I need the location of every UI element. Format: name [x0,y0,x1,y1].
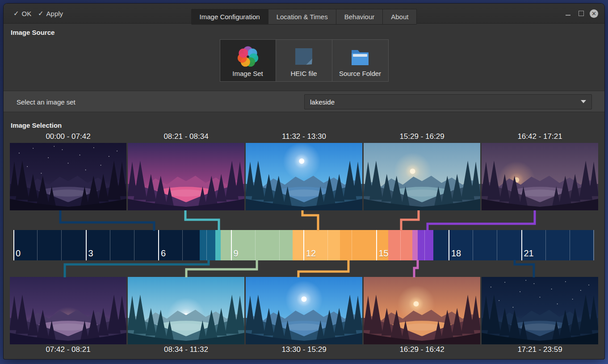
timeline-hour-label: 9 [234,248,239,259]
timeline-hour-tick [255,230,256,260]
timeline-hour-label: 12 [306,248,316,259]
thumbnail-time-label: 11:32 - 13:30 [246,132,362,141]
connector-line [60,210,154,231]
thumbnail-time-label: 15:29 - 16:29 [364,132,480,141]
timeline-hour-tick [279,230,280,260]
timeline-hour-tick [158,230,159,260]
timeline-hour-label: 21 [524,248,534,259]
image-thumbnail[interactable] [364,143,480,210]
close-button[interactable]: ✕ [590,9,598,18]
image-thumbnail[interactable] [128,143,244,210]
connector-line [185,210,219,231]
image-thumbnail[interactable] [364,277,480,344]
tab-behaviour[interactable]: Behaviour [336,9,383,25]
bottom-time-labels: 07:42 - 08:2108:34 - 11:3213:30 - 15:291… [10,345,598,354]
tab-location-times[interactable]: Location & Times [268,9,336,25]
connector-line [414,260,418,277]
connector-line [428,210,535,231]
timeline-hour-tick [376,230,377,260]
timeline-edge [593,230,594,260]
timeline-hour-tick [521,230,522,260]
top-thumbnail-row [10,143,598,210]
image-thumbnail[interactable] [128,277,244,344]
timeline-hour-tick [110,230,110,260]
source-folder-icon [349,46,371,67]
image-source-heading: Image Source [11,29,55,36]
source-mode-group: Image Set HEIC file Source Folder [220,39,389,82]
thumbnail-time-label: 00:00 - 07:42 [10,132,126,141]
image-set-button-label: Image Set [232,70,263,77]
image-set-picker-label: Select an image set [17,91,75,113]
image-set-dropdown[interactable]: lakeside [304,94,592,109]
source-folder-button[interactable]: Source Folder [332,39,389,82]
timeline-hour-tick [545,230,546,260]
thumbnail-time-label: 13:30 - 15:29 [246,345,362,354]
image-set-picker-row: Select an image set lakeside [4,91,604,112]
timeline-hour-tick [327,230,328,260]
heic-file-button[interactable]: HEIC file [276,39,332,82]
image-thumbnail[interactable] [482,277,598,344]
connector-line [515,260,534,277]
image-thumbnail[interactable] [482,143,598,210]
timeline-hour-label: 0 [16,248,21,259]
chevron-down-icon [581,100,586,103]
day-timeline: 036912151821 [13,230,594,260]
timeline-segment [215,230,221,260]
connector-line [401,210,419,231]
window-controls: ✕ [564,4,598,23]
heic-file-icon [293,46,314,67]
image-thumbnail[interactable] [246,277,362,344]
minimize-icon [566,15,570,16]
timeline-hour-tick [352,230,352,260]
close-icon: ✕ [591,11,596,17]
timeline-hour-tick [449,230,449,260]
timeline-hour-tick [134,230,134,260]
tab-about[interactable]: About [383,9,417,25]
image-set-flower-icon [237,46,259,67]
minimize-button[interactable] [564,9,572,18]
timeline-hour-label: 3 [88,248,93,259]
timeline-hour-tick [61,230,62,260]
timeline-segment [418,230,433,260]
tab-bar: Image Configuration Location & Times Beh… [4,9,604,24]
top-time-labels: 00:00 - 07:4208:21 - 08:3411:32 - 13:301… [10,132,598,141]
image-thumbnail[interactable] [10,277,126,344]
timeline-hour-tick [206,230,207,260]
timeline-segment [13,230,200,260]
timeline-hour-tick [424,230,425,260]
thumbnail-time-label: 16:29 - 16:42 [364,345,480,354]
timeline-hour-tick [86,230,87,260]
timeline-hour-tick [497,230,497,260]
image-set-dropdown-value: lakeside [310,98,335,106]
timeline-hour-tick [13,230,14,260]
timeline-hour-tick [473,230,473,260]
maximize-icon [579,11,584,16]
thumbnail-time-label: 16:42 - 17:21 [482,132,598,141]
timeline-hour-tick [182,230,183,260]
connector-line [65,260,209,277]
timeline-segment [412,230,418,260]
timeline-segment [200,230,215,260]
titlebar: ✓ OK ✓ Apply Image Configuration Locatio… [4,4,604,24]
tab-image-configuration[interactable]: Image Configuration [191,9,268,25]
timeline-hour-tick [570,230,570,260]
timeline-hour-label: 6 [161,248,166,259]
timeline-hour-label: 18 [451,248,461,259]
maximize-button[interactable] [577,9,585,18]
timeline-hour-tick [231,230,232,260]
image-thumbnail[interactable] [10,143,126,210]
bottom-thumbnail-row [10,277,598,344]
thumbnail-time-label: 08:21 - 08:34 [128,132,244,141]
app-window: ✓ OK ✓ Apply Image Configuration Locatio… [4,4,604,359]
timeline-hour-label: 15 [379,248,389,259]
image-set-button[interactable]: Image Set [220,39,276,82]
image-thumbnail[interactable] [246,143,362,210]
timeline-hour-tick [400,230,401,260]
connector-line [298,260,348,277]
thumbnail-time-label: 08:34 - 11:32 [128,345,244,354]
timeline-hour-tick [303,230,304,260]
timeline-segment [293,230,340,260]
image-selection-heading: Image Selection [11,121,62,129]
heic-file-button-label: HEIC file [290,70,317,77]
thumbnail-time-label: 07:42 - 08:21 [10,345,126,354]
